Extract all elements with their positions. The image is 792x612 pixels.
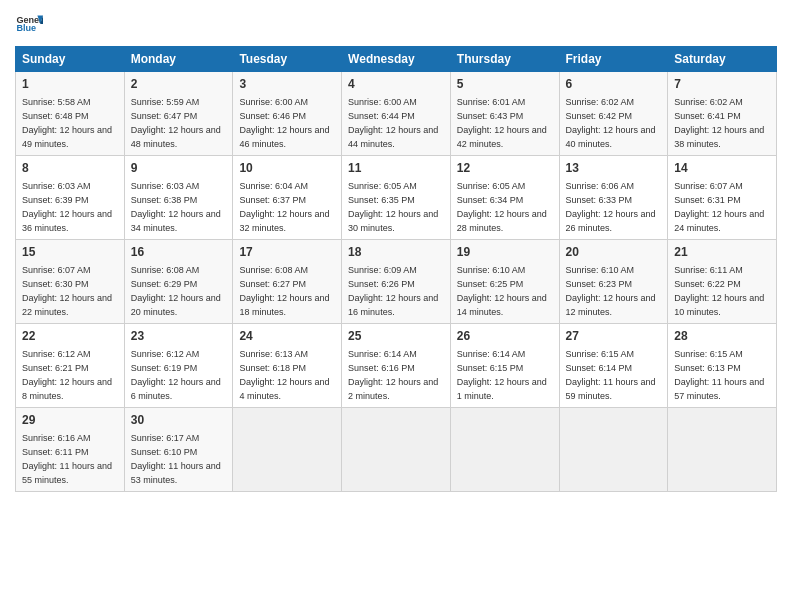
day-number: 16 xyxy=(131,244,227,261)
weekday-header-cell: Friday xyxy=(559,47,668,72)
calendar-day-cell: 4 Sunrise: 6:00 AMSunset: 6:44 PMDayligh… xyxy=(342,72,451,156)
day-number: 21 xyxy=(674,244,770,261)
calendar-day-cell xyxy=(559,407,668,491)
day-detail: Sunrise: 6:08 AMSunset: 6:27 PMDaylight:… xyxy=(239,265,329,317)
day-detail: Sunrise: 6:10 AMSunset: 6:25 PMDaylight:… xyxy=(457,265,547,317)
calendar-day-cell: 26 Sunrise: 6:14 AMSunset: 6:15 PMDaylig… xyxy=(450,323,559,407)
weekday-header-cell: Wednesday xyxy=(342,47,451,72)
day-number: 4 xyxy=(348,76,444,93)
day-detail: Sunrise: 5:59 AMSunset: 6:47 PMDaylight:… xyxy=(131,97,221,149)
day-detail: Sunrise: 6:15 AMSunset: 6:13 PMDaylight:… xyxy=(674,349,764,401)
calendar-day-cell: 2 Sunrise: 5:59 AMSunset: 6:47 PMDayligh… xyxy=(124,72,233,156)
calendar-week-row: 1 Sunrise: 5:58 AMSunset: 6:48 PMDayligh… xyxy=(16,72,777,156)
logo-icon: General Blue xyxy=(15,10,43,38)
day-number: 27 xyxy=(566,328,662,345)
weekday-header-cell: Thursday xyxy=(450,47,559,72)
calendar-day-cell: 27 Sunrise: 6:15 AMSunset: 6:14 PMDaylig… xyxy=(559,323,668,407)
calendar-day-cell: 28 Sunrise: 6:15 AMSunset: 6:13 PMDaylig… xyxy=(668,323,777,407)
day-number: 18 xyxy=(348,244,444,261)
calendar-day-cell: 16 Sunrise: 6:08 AMSunset: 6:29 PMDaylig… xyxy=(124,239,233,323)
calendar-day-cell: 11 Sunrise: 6:05 AMSunset: 6:35 PMDaylig… xyxy=(342,155,451,239)
day-number: 14 xyxy=(674,160,770,177)
day-detail: Sunrise: 6:14 AMSunset: 6:16 PMDaylight:… xyxy=(348,349,438,401)
page-container: General Blue SundayMondayTuesdayWednesda… xyxy=(0,0,792,502)
day-number: 29 xyxy=(22,412,118,429)
page-header: General Blue xyxy=(15,10,777,38)
calendar-day-cell: 20 Sunrise: 6:10 AMSunset: 6:23 PMDaylig… xyxy=(559,239,668,323)
day-detail: Sunrise: 6:13 AMSunset: 6:18 PMDaylight:… xyxy=(239,349,329,401)
calendar-day-cell: 1 Sunrise: 5:58 AMSunset: 6:48 PMDayligh… xyxy=(16,72,125,156)
day-number: 13 xyxy=(566,160,662,177)
day-detail: Sunrise: 6:02 AMSunset: 6:42 PMDaylight:… xyxy=(566,97,656,149)
day-detail: Sunrise: 6:17 AMSunset: 6:10 PMDaylight:… xyxy=(131,433,221,485)
weekday-header-cell: Tuesday xyxy=(233,47,342,72)
calendar-day-cell: 24 Sunrise: 6:13 AMSunset: 6:18 PMDaylig… xyxy=(233,323,342,407)
calendar-week-row: 8 Sunrise: 6:03 AMSunset: 6:39 PMDayligh… xyxy=(16,155,777,239)
day-detail: Sunrise: 6:02 AMSunset: 6:41 PMDaylight:… xyxy=(674,97,764,149)
calendar-day-cell xyxy=(342,407,451,491)
day-number: 2 xyxy=(131,76,227,93)
calendar-day-cell: 5 Sunrise: 6:01 AMSunset: 6:43 PMDayligh… xyxy=(450,72,559,156)
calendar-day-cell xyxy=(450,407,559,491)
calendar-day-cell: 3 Sunrise: 6:00 AMSunset: 6:46 PMDayligh… xyxy=(233,72,342,156)
calendar-body: 1 Sunrise: 5:58 AMSunset: 6:48 PMDayligh… xyxy=(16,72,777,492)
day-detail: Sunrise: 6:16 AMSunset: 6:11 PMDaylight:… xyxy=(22,433,112,485)
calendar-day-cell: 29 Sunrise: 6:16 AMSunset: 6:11 PMDaylig… xyxy=(16,407,125,491)
calendar-day-cell: 30 Sunrise: 6:17 AMSunset: 6:10 PMDaylig… xyxy=(124,407,233,491)
day-detail: Sunrise: 6:15 AMSunset: 6:14 PMDaylight:… xyxy=(566,349,656,401)
day-number: 25 xyxy=(348,328,444,345)
day-detail: Sunrise: 6:03 AMSunset: 6:39 PMDaylight:… xyxy=(22,181,112,233)
calendar-day-cell: 25 Sunrise: 6:14 AMSunset: 6:16 PMDaylig… xyxy=(342,323,451,407)
calendar-day-cell: 21 Sunrise: 6:11 AMSunset: 6:22 PMDaylig… xyxy=(668,239,777,323)
day-number: 12 xyxy=(457,160,553,177)
calendar-day-cell: 12 Sunrise: 6:05 AMSunset: 6:34 PMDaylig… xyxy=(450,155,559,239)
day-number: 28 xyxy=(674,328,770,345)
calendar-day-cell: 19 Sunrise: 6:10 AMSunset: 6:25 PMDaylig… xyxy=(450,239,559,323)
day-detail: Sunrise: 6:04 AMSunset: 6:37 PMDaylight:… xyxy=(239,181,329,233)
day-number: 17 xyxy=(239,244,335,261)
day-detail: Sunrise: 6:11 AMSunset: 6:22 PMDaylight:… xyxy=(674,265,764,317)
day-number: 6 xyxy=(566,76,662,93)
day-number: 23 xyxy=(131,328,227,345)
calendar-week-row: 22 Sunrise: 6:12 AMSunset: 6:21 PMDaylig… xyxy=(16,323,777,407)
logo: General Blue xyxy=(15,10,43,38)
calendar-day-cell: 10 Sunrise: 6:04 AMSunset: 6:37 PMDaylig… xyxy=(233,155,342,239)
calendar-day-cell: 13 Sunrise: 6:06 AMSunset: 6:33 PMDaylig… xyxy=(559,155,668,239)
svg-text:Blue: Blue xyxy=(16,23,36,33)
day-number: 3 xyxy=(239,76,335,93)
day-detail: Sunrise: 6:05 AMSunset: 6:34 PMDaylight:… xyxy=(457,181,547,233)
day-detail: Sunrise: 6:14 AMSunset: 6:15 PMDaylight:… xyxy=(457,349,547,401)
day-number: 24 xyxy=(239,328,335,345)
day-number: 7 xyxy=(674,76,770,93)
calendar-day-cell: 17 Sunrise: 6:08 AMSunset: 6:27 PMDaylig… xyxy=(233,239,342,323)
day-detail: Sunrise: 6:08 AMSunset: 6:29 PMDaylight:… xyxy=(131,265,221,317)
day-detail: Sunrise: 6:07 AMSunset: 6:31 PMDaylight:… xyxy=(674,181,764,233)
calendar-day-cell: 7 Sunrise: 6:02 AMSunset: 6:41 PMDayligh… xyxy=(668,72,777,156)
day-detail: Sunrise: 6:07 AMSunset: 6:30 PMDaylight:… xyxy=(22,265,112,317)
day-detail: Sunrise: 6:00 AMSunset: 6:44 PMDaylight:… xyxy=(348,97,438,149)
day-detail: Sunrise: 6:06 AMSunset: 6:33 PMDaylight:… xyxy=(566,181,656,233)
day-number: 22 xyxy=(22,328,118,345)
day-detail: Sunrise: 6:12 AMSunset: 6:21 PMDaylight:… xyxy=(22,349,112,401)
day-number: 20 xyxy=(566,244,662,261)
calendar-day-cell: 6 Sunrise: 6:02 AMSunset: 6:42 PMDayligh… xyxy=(559,72,668,156)
calendar-day-cell: 8 Sunrise: 6:03 AMSunset: 6:39 PMDayligh… xyxy=(16,155,125,239)
day-number: 26 xyxy=(457,328,553,345)
day-detail: Sunrise: 6:10 AMSunset: 6:23 PMDaylight:… xyxy=(566,265,656,317)
calendar-week-row: 29 Sunrise: 6:16 AMSunset: 6:11 PMDaylig… xyxy=(16,407,777,491)
day-detail: Sunrise: 6:03 AMSunset: 6:38 PMDaylight:… xyxy=(131,181,221,233)
calendar-day-cell: 23 Sunrise: 6:12 AMSunset: 6:19 PMDaylig… xyxy=(124,323,233,407)
day-number: 30 xyxy=(131,412,227,429)
calendar-day-cell: 9 Sunrise: 6:03 AMSunset: 6:38 PMDayligh… xyxy=(124,155,233,239)
calendar-day-cell xyxy=(233,407,342,491)
day-detail: Sunrise: 6:01 AMSunset: 6:43 PMDaylight:… xyxy=(457,97,547,149)
weekday-header-cell: Saturday xyxy=(668,47,777,72)
day-number: 1 xyxy=(22,76,118,93)
day-detail: Sunrise: 6:05 AMSunset: 6:35 PMDaylight:… xyxy=(348,181,438,233)
calendar-day-cell: 14 Sunrise: 6:07 AMSunset: 6:31 PMDaylig… xyxy=(668,155,777,239)
calendar-week-row: 15 Sunrise: 6:07 AMSunset: 6:30 PMDaylig… xyxy=(16,239,777,323)
day-detail: Sunrise: 6:00 AMSunset: 6:46 PMDaylight:… xyxy=(239,97,329,149)
day-detail: Sunrise: 6:09 AMSunset: 6:26 PMDaylight:… xyxy=(348,265,438,317)
calendar-day-cell: 22 Sunrise: 6:12 AMSunset: 6:21 PMDaylig… xyxy=(16,323,125,407)
day-detail: Sunrise: 6:12 AMSunset: 6:19 PMDaylight:… xyxy=(131,349,221,401)
